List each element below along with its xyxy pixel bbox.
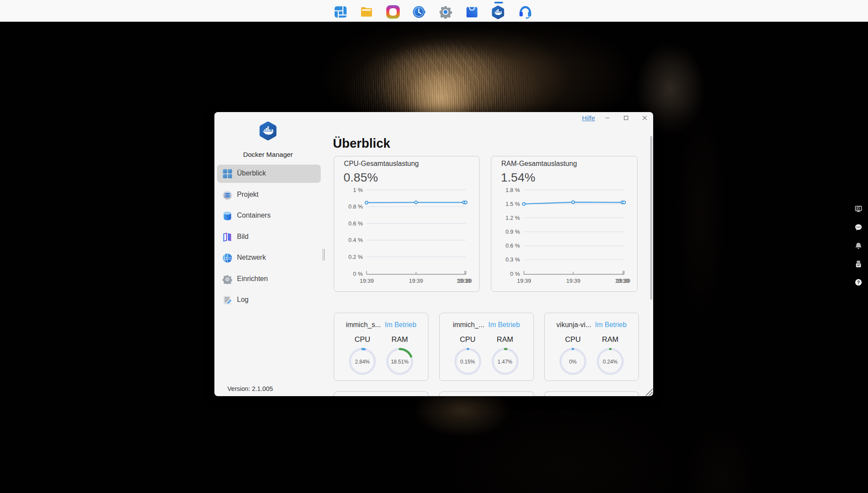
svg-text:0 %: 0 %	[353, 271, 363, 277]
svg-text:0.8 %: 0.8 %	[348, 203, 363, 210]
svg-text:0.3 %: 0.3 %	[506, 256, 520, 263]
svg-text:19:39: 19:39	[616, 278, 631, 284]
svg-text:0 %: 0 %	[510, 271, 520, 277]
svg-text:1.2 %: 1.2 %	[506, 215, 520, 221]
svg-text:19:39: 19:39	[566, 278, 581, 284]
svg-text:0.9 %: 0.9 %	[506, 228, 520, 235]
svg-text:?: ?	[857, 280, 860, 285]
svg-text:0.4 %: 0.4 %	[348, 237, 363, 243]
svg-text:19:39: 19:39	[409, 278, 423, 284]
svg-text:19:39: 19:39	[457, 278, 472, 284]
svg-text:1.5 %: 1.5 %	[506, 201, 520, 207]
svg-text:0.2 %: 0.2 %	[348, 254, 363, 260]
svg-text:0.6 %: 0.6 %	[348, 220, 363, 227]
svg-text:1.8 %: 1.8 %	[506, 187, 520, 193]
svg-text:0.6 %: 0.6 %	[506, 242, 520, 249]
svg-text:19:39: 19:39	[517, 278, 531, 284]
svg-text:1 %: 1 %	[353, 187, 363, 193]
svg-text:19:39: 19:39	[359, 278, 374, 284]
